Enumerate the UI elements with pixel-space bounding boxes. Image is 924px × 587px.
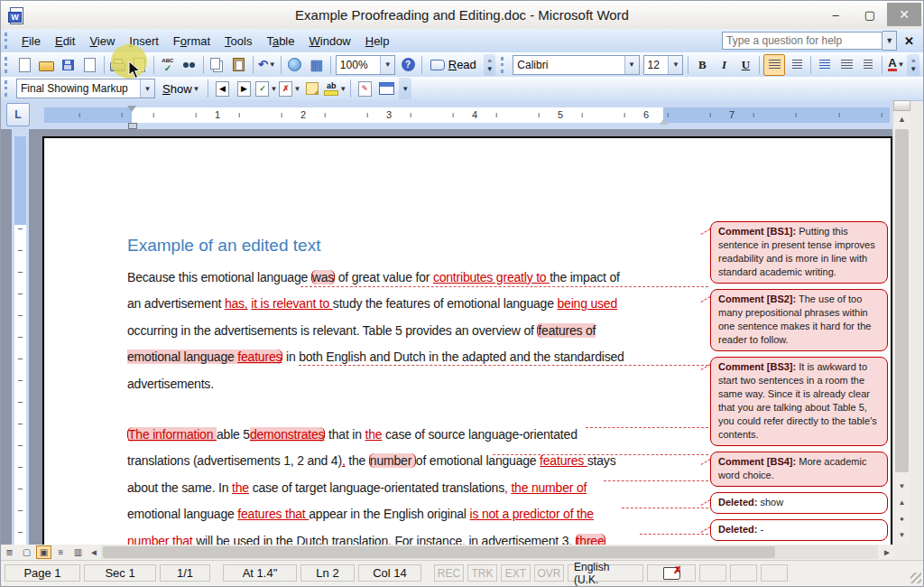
vertical-scrollbar[interactable]: ▲ ▼ ▲ ● ▼ <box>892 100 910 545</box>
menu-item-help[interactable]: Help <box>358 31 397 51</box>
menu-item-window[interactable]: Window <box>302 31 358 51</box>
chevron-down-icon[interactable]: ▼ <box>668 56 682 74</box>
toolbar-options-icon[interactable]: ▼ <box>399 78 411 99</box>
align-left-button[interactable] <box>763 54 785 76</box>
reading-view-icon[interactable]: ▥ <box>70 545 86 559</box>
toolbar-options-icon[interactable]: »▼ <box>907 54 919 76</box>
scroll-left-icon[interactable]: ◄ <box>87 547 101 557</box>
menu-item-table[interactable]: Table <box>259 31 301 51</box>
save-button[interactable] <box>59 55 79 75</box>
menu-item-tools[interactable]: Tools <box>217 31 259 51</box>
comment-balloon[interactable]: Comment [BS1]: Putting this sentence in … <box>710 221 888 284</box>
text-line[interactable]: number that will be used in the Dutch tr… <box>127 528 712 545</box>
text-line[interactable]: emotional language features in both Engl… <box>127 344 712 370</box>
status-language[interactable]: English (U.K. <box>568 564 643 582</box>
chevron-down-icon[interactable]: ▼ <box>898 61 905 69</box>
italic-button[interactable]: I <box>714 55 734 75</box>
close-button[interactable]: ✕ <box>887 3 921 26</box>
help-dropdown-icon[interactable]: ▼ <box>882 31 897 51</box>
align-center-button[interactable] <box>787 55 807 75</box>
menu-item-edit[interactable]: Edit <box>48 31 82 51</box>
reject-change-button[interactable]: ✗▼ <box>279 79 300 98</box>
accept-change-button[interactable]: ✓▼ <box>255 79 277 98</box>
track-changes-button[interactable]: ✎ <box>355 79 374 98</box>
status-trk-toggle[interactable]: TRK <box>467 564 497 582</box>
text-line[interactable]: an advertisement has, it is relevant to … <box>127 291 712 317</box>
read-button[interactable]: Read <box>426 55 481 75</box>
menubar-close-icon[interactable]: ✕ <box>897 34 923 48</box>
menu-item-format[interactable]: Format <box>166 31 217 51</box>
print-layout-view-icon[interactable]: ▣ <box>36 545 51 559</box>
text-line[interactable]: translations (advertisements 1, 2 and 4)… <box>127 448 712 474</box>
chevron-down-icon[interactable]: ▼ <box>269 61 276 69</box>
font-color-button[interactable]: A▼ <box>886 55 906 75</box>
numbered-list-button[interactable] <box>815 55 835 75</box>
help-button[interactable]: ? <box>398 55 418 75</box>
text-line[interactable]: occurring in the advertisements is relev… <box>127 318 712 344</box>
toolbar-grip[interactable] <box>501 57 508 73</box>
resize-grip[interactable] <box>910 573 921 583</box>
previous-page-icon[interactable]: ▲ <box>893 494 910 510</box>
font-size-combobox[interactable]: 12 ▼ <box>643 55 684 75</box>
deleted-balloon[interactable]: Deleted: show <box>710 492 888 514</box>
toolbar-grip[interactable] <box>5 80 12 97</box>
paste-button[interactable] <box>229 55 249 75</box>
chevron-down-icon[interactable]: ▼ <box>624 56 639 74</box>
chevron-down-icon[interactable]: ▼ <box>339 85 346 93</box>
status-ext-toggle[interactable]: EXT <box>501 564 531 582</box>
bullet-list-button[interactable] <box>836 55 856 75</box>
scroll-right-icon[interactable]: ► <box>880 547 894 557</box>
toolbar-options-icon[interactable]: »▼ <box>484 54 496 76</box>
next-change-button[interactable]: ▶ <box>234 79 254 98</box>
web-layout-view-icon[interactable]: ▢ <box>19 545 34 559</box>
text-line[interactable]: about the same. In the case of target la… <box>127 475 712 501</box>
chevron-down-icon[interactable]: ▼ <box>270 85 277 93</box>
status-ovr-toggle[interactable]: OVR <box>534 564 564 582</box>
hyperlink-button[interactable] <box>285 55 305 75</box>
comment-balloon[interactable]: Comment [BS4]: More academic word choice… <box>710 452 888 487</box>
normal-view-icon[interactable]: ≣ <box>2 545 17 559</box>
minimize-button[interactable]: – <box>818 3 853 26</box>
scroll-up-icon[interactable]: ▲ <box>893 111 910 126</box>
new-document-button[interactable] <box>15 55 35 75</box>
spellcheck-status[interactable] <box>647 564 696 582</box>
split-handle[interactable] <box>893 100 910 111</box>
comment-balloon[interactable]: Comment [BS3]: It is awkward to start tw… <box>710 357 888 446</box>
help-question-input[interactable] <box>722 32 882 50</box>
insert-table-button[interactable]: ▦ <box>307 55 327 75</box>
scroll-down-icon[interactable]: ▼ <box>893 478 910 494</box>
select-browse-object-icon[interactable]: ● <box>893 510 910 526</box>
comment-balloon[interactable]: Comment [BS2]: The use of too many prepo… <box>710 289 888 351</box>
maximize-button[interactable]: ▢ <box>853 3 887 26</box>
left-indent-marker[interactable] <box>128 123 137 129</box>
tab-selector[interactable]: L <box>6 103 30 126</box>
right-indent-marker[interactable] <box>660 113 669 125</box>
text-line[interactable]: advertisements. <box>127 371 712 397</box>
menu-item-file[interactable]: File <box>14 31 48 51</box>
research-button[interactable] <box>180 55 199 75</box>
reviewing-pane-button[interactable] <box>376 79 396 98</box>
vertical-scroll-thumb[interactable] <box>895 129 909 472</box>
status-rec-toggle[interactable]: REC <box>434 564 464 582</box>
spelling-button[interactable] <box>158 55 178 75</box>
first-line-indent-marker[interactable] <box>127 106 136 116</box>
deleted-balloon[interactable]: Deleted: - <box>710 519 888 541</box>
next-page-icon[interactable]: ▼ <box>893 526 910 543</box>
outline-view-icon[interactable]: ≡ <box>53 545 69 559</box>
toolbar-grip[interactable] <box>5 57 12 73</box>
open-button[interactable] <box>37 55 57 75</box>
text-line[interactable]: The information able 5demonstrates that … <box>127 422 712 448</box>
bold-button[interactable]: B <box>692 55 712 75</box>
indent-button[interactable] <box>858 55 878 75</box>
toolbar-grip[interactable] <box>5 33 12 49</box>
underline-button[interactable]: U <box>735 55 755 75</box>
font-name-combobox[interactable]: Calibri ▼ <box>513 55 639 75</box>
insert-comment-button[interactable] <box>302 79 322 98</box>
show-menu-button[interactable]: Show ▼ <box>158 79 204 98</box>
prev-change-button[interactable]: ◀ <box>212 79 232 98</box>
permission-button[interactable] <box>80 55 100 75</box>
chevron-down-icon[interactable]: ▼ <box>293 85 300 93</box>
zoom-combobox[interactable]: 100% ▼ <box>336 55 395 75</box>
horizontal-scroll-thumb[interactable] <box>103 546 775 558</box>
copy-button[interactable] <box>208 55 227 75</box>
